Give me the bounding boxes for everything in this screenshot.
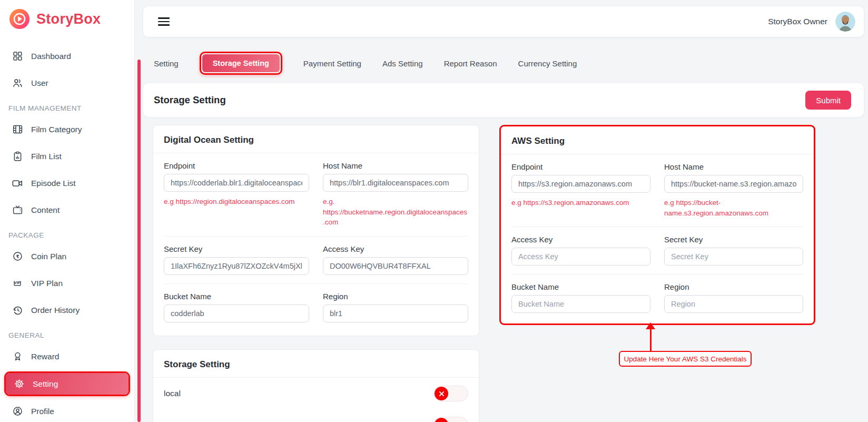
digital-ocean-card-title: Digital Ocean Setting [153, 125, 479, 153]
menu-toggle-icon[interactable] [158, 17, 170, 26]
episode-list-icon [12, 178, 23, 189]
aws-hostname-field: Host Name e.g https://bucket-name.s3.reg… [664, 162, 803, 218]
storage-toggles-card: Storage Setting local AWS S3 [153, 349, 479, 422]
reward-icon [12, 351, 23, 362]
do-endpoint-field: Endpoint e.g https://region.digitalocean… [164, 161, 309, 228]
sidebar-item-profile[interactable]: Profile [4, 398, 130, 422]
film-list-icon [12, 151, 23, 162]
aws-row-access-secret: Access Key Secret Key [511, 227, 803, 274]
sidebar-scrollbar[interactable] [137, 60, 141, 422]
sidebar-item-user[interactable]: User [4, 70, 130, 96]
coin-plan-icon: ₹ [12, 251, 23, 262]
tab-report-reason[interactable]: Report Reason [444, 59, 497, 68]
brand-logo[interactable]: StoryBox [0, 0, 134, 43]
page-title: Storage Setting [154, 94, 226, 106]
do-secret-key-label: Secret Key [164, 244, 309, 253]
page-header: Storage Setting Submit [143, 83, 864, 117]
sidebar-section-film-management: FILM MANAGEMENT [4, 96, 130, 116]
do-hostname-input[interactable] [323, 174, 468, 192]
do-hostname-field: Host Name e.g. https://bucketname.region… [323, 161, 468, 228]
do-row-endpoint-host: Endpoint e.g https://region.digitalocean… [164, 153, 468, 236]
tab-currency-setting[interactable]: Currency Setting [518, 59, 577, 68]
storage-row-local-label: local [164, 389, 181, 398]
tab-ads-setting[interactable]: Ads Setting [382, 59, 423, 68]
aws-region-field: Region [664, 282, 803, 313]
aws-region-label: Region [664, 282, 803, 291]
do-hostname-hint: e.g. https://bucketname.region.digitaloc… [323, 197, 468, 228]
content-icon [12, 204, 23, 216]
submit-button[interactable]: Submit [805, 91, 851, 110]
do-endpoint-input[interactable] [164, 174, 309, 192]
sidebar-item-label: Order History [31, 306, 80, 315]
aws-card-body: Endpoint e.g https://s3.region.amazonaws… [501, 154, 814, 321]
sidebar-item-film-list[interactable]: Film List [4, 143, 130, 170]
storage-row-aws-s3-label: AWS S3 [164, 420, 194, 422]
do-endpoint-hint: e.g https://region.digitaloceanspaces.co… [164, 197, 309, 207]
aws-access-key-input[interactable] [511, 248, 650, 266]
tab-setting[interactable]: Setting [154, 59, 179, 68]
annotation-note: Update Here Your AWS S3 Credentials [619, 351, 752, 367]
sidebar-item-setting[interactable]: Setting [6, 373, 129, 395]
sidebar-item-vip-plan[interactable]: VIP VIP Plan [4, 270, 130, 297]
aws-bucket-field: Bucket Name [511, 282, 650, 313]
aws-endpoint-input[interactable] [511, 175, 650, 193]
aws-access-key-label: Access Key [511, 235, 650, 244]
storage-row-local: local [153, 378, 479, 409]
do-bucket-input[interactable] [164, 305, 309, 322]
vip-plan-icon: VIP [12, 278, 23, 289]
sidebar-item-episode-list[interactable]: Episode List [4, 170, 130, 197]
do-region-label: Region [323, 292, 468, 301]
film-category-icon [12, 124, 23, 135]
aws-hostname-input[interactable] [664, 175, 803, 193]
aws-endpoint-field: Endpoint e.g https://s3.region.amazonaws… [511, 162, 650, 218]
app-root: StoryBox Dashboard User FILM MANAGEMENT … [0, 0, 868, 422]
profile-icon [12, 406, 23, 417]
aws-card: AWS Setting Endpoint e.g https://s3.regi… [499, 125, 815, 325]
sidebar-item-label: Film Category [31, 125, 82, 134]
digital-ocean-card-body: Endpoint e.g https://region.digitalocean… [153, 153, 479, 331]
order-history-icon [12, 305, 23, 316]
sidebar-item-label: User [31, 78, 48, 88]
local-toggle[interactable] [433, 386, 468, 401]
do-region-input[interactable] [323, 305, 468, 322]
dashboard-icon [12, 51, 23, 62]
svg-text:VIP: VIP [14, 280, 21, 285]
setting-icon [13, 378, 25, 390]
aws-bucket-input[interactable] [511, 295, 650, 313]
do-secret-key-input[interactable] [164, 257, 309, 275]
aws-secret-key-input[interactable] [664, 248, 803, 266]
do-access-key-label: Access Key [323, 244, 468, 253]
aws-s3-toggle[interactable] [433, 417, 468, 422]
settings-tabs: Setting Storage Setting Payment Setting … [154, 50, 577, 77]
tab-payment-setting[interactable]: Payment Setting [303, 59, 361, 68]
sidebar-item-coin-plan[interactable]: ₹ Coin Plan [4, 243, 130, 270]
sidebar-item-label: Reward [31, 352, 59, 361]
user-icon [12, 77, 23, 89]
aws-endpoint-hint: e.g https://s3.region.amazonaws.com [511, 198, 650, 208]
sidebar-item-label: Setting [33, 379, 58, 389]
aws-row-bucket-region: Bucket Name Region [511, 274, 803, 321]
sidebar-nav: Dashboard User FILM MANAGEMENT Film Cate… [0, 43, 134, 422]
topbar: StoryBox Owner [143, 6, 864, 37]
brand-name: StoryBox [36, 11, 101, 27]
toggle-off-x-icon [435, 418, 448, 422]
sidebar-item-content[interactable]: Content [4, 197, 130, 223]
do-access-key-input[interactable] [323, 257, 468, 275]
aws-region-input[interactable] [664, 295, 803, 313]
sidebar-item-order-history[interactable]: Order History [4, 297, 130, 323]
aws-access-key-field: Access Key [511, 235, 650, 266]
sidebar-item-reward[interactable]: Reward [4, 343, 130, 370]
sidebar-item-film-category[interactable]: Film Category [4, 116, 130, 143]
sidebar-section-general: GENERAL [4, 323, 130, 343]
aws-hostname-label: Host Name [664, 162, 803, 171]
do-hostname-label: Host Name [323, 161, 468, 170]
sidebar-item-dashboard[interactable]: Dashboard [4, 43, 130, 70]
toggle-off-x-icon [435, 387, 448, 400]
avatar[interactable] [835, 12, 855, 32]
aws-bucket-label: Bucket Name [511, 282, 650, 291]
do-bucket-field: Bucket Name [164, 292, 309, 322]
do-bucket-label: Bucket Name [164, 292, 309, 301]
sidebar-item-label: Coin Plan [31, 252, 66, 261]
tab-storage-setting[interactable]: Storage Setting [202, 54, 280, 72]
do-access-key-field: Access Key [323, 244, 468, 275]
